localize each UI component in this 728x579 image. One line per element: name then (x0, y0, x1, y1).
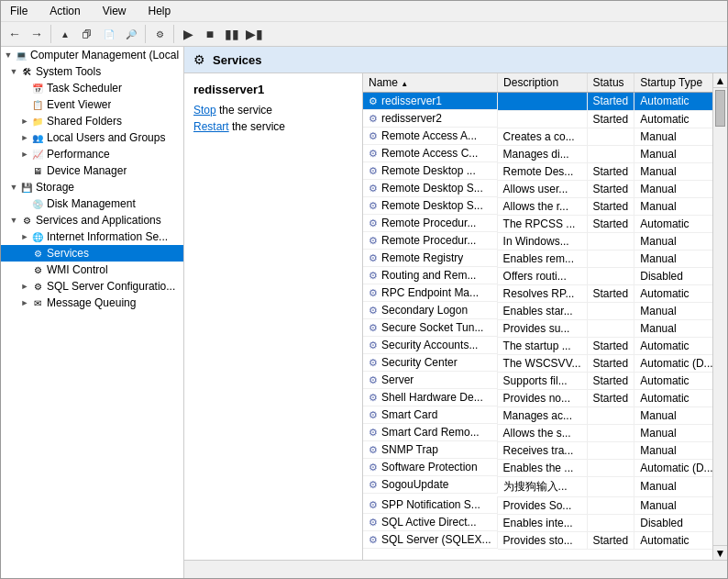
tree-message-queuing[interactable]: ► ✉ Message Queuing (1, 295, 183, 311)
tree-local-users[interactable]: ► 👥 Local Users and Groups (1, 129, 183, 146)
col-header-description[interactable]: Description (498, 73, 587, 93)
table-row[interactable]: ⚙SogouUpdate为搜狗输入...Manual (363, 476, 712, 496)
service-cell-startup: Manual (634, 319, 712, 337)
service-cell-startup: Automatic (634, 531, 712, 549)
toolbar-stop[interactable]: ■ (200, 24, 220, 44)
service-cell-startup: Manual (634, 496, 712, 514)
performance-icon: 📈 (30, 147, 45, 161)
service-name-text: RPC Endpoint Ma... (381, 286, 479, 299)
restart-service-link[interactable]: Restart (193, 120, 229, 133)
service-cell-startup: Automatic (D... (634, 354, 712, 372)
col-header-startup[interactable]: Startup Type (634, 73, 712, 93)
tree-task-scheduler[interactable]: ► 📅 Task Scheduler (1, 80, 183, 96)
col-header-status[interactable]: Status (587, 73, 634, 93)
table-row[interactable]: ⚙redisserver2StartedAutomatic (363, 110, 712, 128)
menu-action[interactable]: Action (44, 3, 85, 19)
tree-wmi[interactable]: ► ⚙ WMI Control (1, 262, 183, 278)
expand-system-tools[interactable]: ▼ (8, 66, 19, 77)
table-row[interactable]: ⚙SPP Notification S...Provides So...Manu… (363, 496, 712, 514)
service-name-text: redisserver1 (381, 95, 442, 107)
service-cell-name: ⚙Smart Card (363, 406, 498, 424)
tree-system-tools[interactable]: ▼ 🛠 System Tools (1, 63, 183, 80)
toolbar-back[interactable]: ← (5, 24, 25, 44)
table-row[interactable]: ⚙Remote RegistryEnables rem...Manual (363, 250, 712, 267)
tree-sql-config[interactable]: ► ⚙ SQL Server Configuratio... (1, 278, 183, 295)
table-row[interactable]: ⚙Remote Desktop ...Remote Des...StartedM… (363, 162, 712, 180)
table-row[interactable]: ⚙SQL Server (SQLEX...Provides sto...Star… (363, 531, 712, 549)
table-row[interactable]: ⚙Remote Desktop S...Allows the r...Start… (363, 197, 712, 215)
table-row[interactable]: ⚙Security Accounts...The startup ...Star… (363, 337, 712, 354)
table-row[interactable]: ⚙Secondary LogonEnables star...Manual (363, 302, 712, 319)
tree-event-viewer[interactable]: ► 📋 Event Viewer (1, 96, 183, 113)
expand-message-queuing[interactable]: ► (19, 297, 30, 308)
table-row[interactable]: ⚙Security CenterThe WSCSVV...StartedAuto… (363, 354, 712, 372)
scroll-up-btn[interactable]: ▲ (713, 73, 727, 88)
table-row[interactable]: ⚙RPC Endpoint Ma...Resolves RP...Started… (363, 284, 712, 302)
toolbar-btn2[interactable]: 🗍 (77, 24, 97, 44)
table-row[interactable]: ⚙SNMP TrapReceives tra...Manual (363, 441, 712, 459)
menu-help[interactable]: Help (143, 3, 177, 19)
toolbar-btn5[interactable]: ⚙ (149, 24, 170, 44)
table-row[interactable]: ⚙Routing and Rem...Offers routi...Disabl… (363, 267, 712, 284)
expand-root[interactable]: ▼ (3, 50, 14, 61)
col-header-name[interactable]: Name ▲ (363, 73, 498, 93)
toolbar-forward[interactable]: → (27, 24, 47, 44)
table-row[interactable]: ⚙Remote Procedur...The RPCSS ...StartedA… (363, 215, 712, 232)
expand-services-applications[interactable]: ▼ (8, 215, 19, 226)
service-cell-description: Manages di... (498, 145, 587, 162)
table-row[interactable]: ⚙Remote Procedur...In Windows...Manual (363, 232, 712, 250)
tree-services[interactable]: ► ⚙ Services (1, 245, 183, 262)
service-gear-icon: ⚙ (369, 200, 378, 212)
table-row[interactable]: ⚙Remote Access A...Creates a co...Manual (363, 128, 712, 145)
scroll-thumb[interactable] (715, 90, 725, 127)
tree-device-manager[interactable]: ► 🖥 Device Manager (1, 162, 183, 179)
tree-storage[interactable]: ▼ 💾 Storage (1, 179, 183, 195)
toolbar-pause[interactable]: ▮▮ (222, 24, 242, 44)
service-name-text: SNMP Trap (381, 443, 438, 456)
service-cell-description: Supports fil... (498, 372, 587, 389)
expand-performance[interactable]: ► (19, 149, 30, 160)
menu-file[interactable]: File (5, 3, 33, 19)
tree-disk-management[interactable]: ► 💿 Disk Management (1, 195, 183, 212)
tree-shared-folders[interactable]: ► 📁 Shared Folders (1, 113, 183, 129)
table-row[interactable]: ⚙SQL Active Direct...Enables inte...Disa… (363, 514, 712, 531)
table-row[interactable]: ⚙ServerSupports fil...StartedAutomatic (363, 372, 712, 389)
table-row[interactable]: ⚙Remote Access C...Manages di...Manual (363, 145, 712, 162)
scroll-down-btn[interactable]: ▼ (713, 545, 727, 560)
expand-iis[interactable]: ► (19, 231, 30, 242)
system-tools-label: System Tools (34, 65, 101, 78)
service-cell-status (587, 514, 634, 531)
table-row[interactable]: ⚙Shell Hardware De...Provides no...Start… (363, 389, 712, 406)
expand-shared-folders[interactable]: ► (19, 116, 30, 127)
scrollbar-vertical[interactable]: ▲ ▼ (712, 73, 727, 560)
table-row[interactable]: ⚙Remote Desktop S...Allows user...Starte… (363, 180, 712, 197)
tree-performance[interactable]: ► 📈 Performance (1, 146, 183, 162)
expand-storage[interactable]: ▼ (8, 182, 19, 193)
root-icon: 💻 (14, 48, 28, 62)
table-row[interactable]: ⚙redisserver1StartedAutomatic (363, 93, 712, 111)
table-row[interactable]: ⚙Software ProtectionEnables the ...Autom… (363, 459, 712, 476)
service-cell-startup: Automatic (634, 389, 712, 406)
expand-local-users[interactable]: ► (19, 132, 30, 143)
toolbar-btn4[interactable]: 🔎 (121, 24, 141, 44)
stop-service-link[interactable]: Stop (193, 104, 216, 117)
service-gear-icon: ⚙ (369, 322, 378, 334)
service-cell-startup: Manual (634, 476, 712, 496)
tree-services-applications[interactable]: ▼ ⚙ Services and Applications (1, 212, 183, 228)
service-gear-icon: ⚙ (369, 392, 378, 404)
menu-view[interactable]: View (97, 3, 132, 19)
service-cell-startup: Manual (634, 232, 712, 250)
tree-root[interactable]: ▼ 💻 Computer Management (Local (1, 47, 183, 63)
tree-iis[interactable]: ► 🌐 Internet Information Se... (1, 228, 183, 245)
table-row[interactable]: ⚙Smart CardManages ac...Manual (363, 406, 712, 424)
toolbar-play[interactable]: ▶ (178, 24, 198, 44)
service-cell-description: In Windows... (498, 232, 587, 250)
table-row[interactable]: ⚙Secure Socket Tun...Provides su...Manua… (363, 319, 712, 337)
toolbar-btn3[interactable]: 📄 (99, 24, 119, 44)
expand-sql-config[interactable]: ► (19, 281, 30, 292)
table-container[interactable]: Name ▲ Description Status Startup Type ⚙… (363, 73, 712, 560)
toolbar-up[interactable]: ▲ (55, 24, 75, 44)
table-row[interactable]: ⚙Smart Card Remo...Allows the s...Manual (363, 424, 712, 441)
toolbar-restart[interactable]: ▶▮ (244, 24, 264, 44)
service-cell-description: Offers routi... (498, 267, 587, 284)
